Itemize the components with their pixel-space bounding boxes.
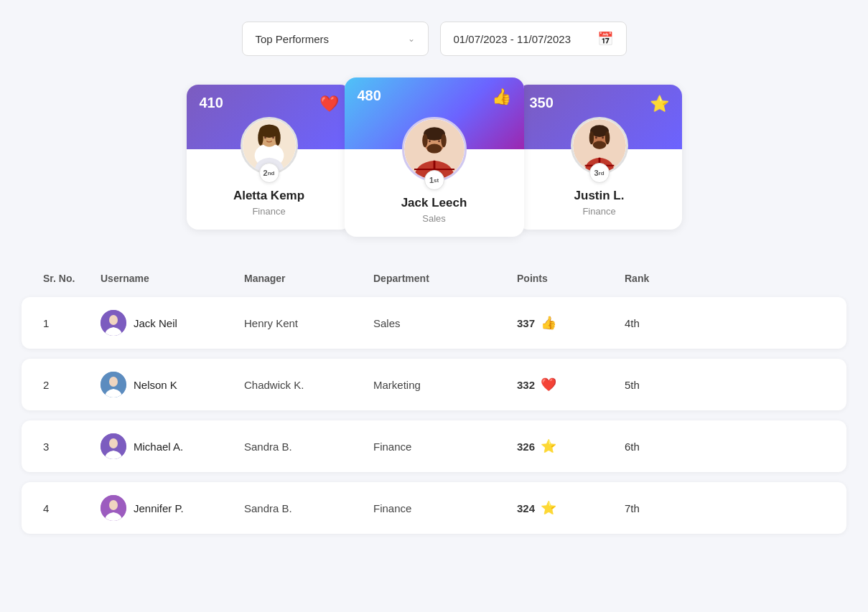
svg-point-34 [109,377,118,387]
third-icon: ⭐ [650,95,669,113]
points: 332 ❤️ [517,377,625,392]
third-name: Justin L. [574,189,625,203]
svg-point-26 [594,137,597,139]
points-value: 324 [517,502,535,514]
table-row: 1 Jack Neil Henry Kent Sales 337 👍 4th [22,297,846,349]
svg-point-8 [272,137,274,139]
username: Jennifer P. [134,502,184,514]
svg-point-17 [426,144,442,154]
svg-point-36 [109,438,118,448]
svg-point-5 [258,130,263,146]
points-value: 332 [517,379,535,391]
first-name: Jack Leech [401,196,467,210]
rank: 4th [625,317,696,329]
user-avatar-svg [101,433,126,459]
manager: Sandra B. [244,502,373,514]
col-sr: Sr. No. [43,273,101,284]
row-sr: 2 [43,379,101,391]
department: Finance [373,502,517,514]
second-icon: ❤️ [319,95,339,113]
top-bar: Top Performers ⌄ 01/07/2023 - 11/07/2023… [14,14,854,56]
svg-point-15 [429,140,431,142]
row-sr: 4 [43,502,101,514]
svg-point-14 [441,134,446,148]
table-rows-container: 1 Jack Neil Henry Kent Sales 337 👍 4th 2 [22,297,846,534]
first-icon: 👍 [492,88,511,106]
points-value: 337 [517,317,535,329]
filter-dropdown[interactable]: Top Performers ⌄ [242,22,429,56]
date-range-picker[interactable]: 01/07/2023 - 11/07/2023 📅 [440,22,627,56]
third-dept: Finance [582,206,615,217]
row-sr: 1 [43,317,101,329]
user-avatar-svg [101,310,126,336]
table-row: 3 Michael A. Sandra B. Finance 326 ⭐ 6th [22,420,846,472]
second-avatar-wrap: 2nd [241,117,298,174]
first-points: 480 [358,88,381,104]
podium-card-third: 350 ⭐ [517,85,682,230]
user-avatar-svg [101,495,126,521]
points: 326 ⭐ [517,438,625,454]
table-row: 4 Jennifer P. Sandra B. Finance 324 ⭐ 7t… [22,482,846,534]
col-rank: Rank [625,273,696,284]
manager: Henry Kent [244,317,373,329]
user-avatar [101,310,126,336]
leaderboard-table: Sr. No. Username Manager Department Poin… [14,265,854,534]
svg-point-7 [264,137,266,139]
user-avatar [101,495,126,521]
points-value: 326 [517,441,535,453]
username: Michael A. [134,441,183,453]
second-name: Aletta Kemp [233,189,304,203]
second-dept: Finance [252,206,285,217]
username: Nelson K [134,379,177,391]
filter-label: Top Performers [256,33,330,45]
svg-point-6 [275,130,280,146]
star-icon: ⭐ [541,500,556,516]
manager: Chadwick K. [244,379,373,391]
user-avatar [101,372,126,397]
col-points: Points [517,273,625,284]
podium-card-first: 480 👍 [345,77,524,237]
user-cell: Michael A. [101,433,244,459]
rank: 7th [625,502,696,514]
svg-point-28 [592,141,606,149]
svg-point-16 [438,140,440,142]
thumbsup-icon: 👍 [541,315,556,331]
date-range-label: 01/07/2023 - 11/07/2023 [454,33,571,45]
col-department: Department [373,273,517,284]
col-username: Username [101,273,244,284]
third-rank-badge: 3rd [589,163,610,183]
svg-point-27 [602,137,604,139]
third-avatar-wrap: 3rd [571,117,628,174]
department: Marketing [373,379,517,391]
user-cell: Jack Neil [101,310,244,336]
rank: 5th [625,379,696,391]
user-avatar-svg [101,372,126,397]
calendar-icon: 📅 [597,31,613,47]
username: Jack Neil [134,317,177,329]
second-points: 410 [200,95,223,111]
manager: Sandra B. [244,441,373,453]
chevron-down-icon: ⌄ [408,34,415,44]
points: 324 ⭐ [517,500,625,516]
row-sr: 3 [43,441,101,453]
third-points: 350 [530,95,554,111]
points: 337 👍 [517,315,625,331]
svg-point-38 [109,500,118,510]
podium-card-second: 410 ❤️ [187,85,352,230]
svg-point-25 [605,131,609,145]
table-header: Sr. No. Username Manager Department Poin… [22,265,846,291]
col-manager: Manager [244,273,373,284]
department: Finance [373,441,517,453]
rank: 6th [625,441,696,453]
svg-point-24 [589,131,593,145]
star-icon: ⭐ [541,438,556,454]
first-rank-badge: 1st [424,170,444,190]
first-avatar-wrap: 1st [402,117,467,182]
table-row: 2 Nelson K Chadwick K. Marketing 332 ❤️ … [22,359,846,410]
department: Sales [373,317,517,329]
heart-icon: ❤️ [541,377,556,392]
first-dept: Sales [422,213,446,224]
user-cell: Nelson K [101,372,244,397]
second-rank-badge: 2nd [259,163,279,183]
user-cell: Jennifer P. [101,495,244,521]
